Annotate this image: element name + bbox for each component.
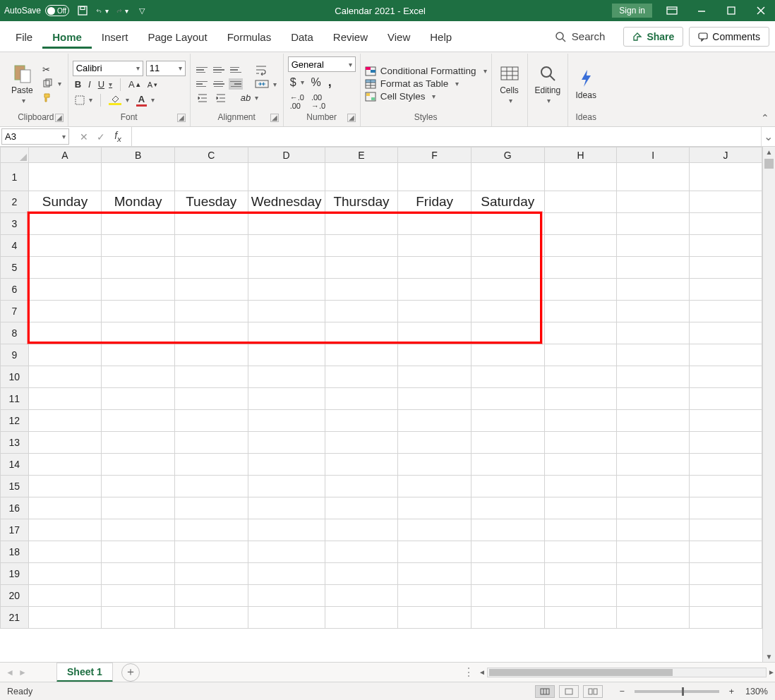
column-header[interactable]: G [471,147,544,163]
cell[interactable] [544,476,617,497]
row-header[interactable]: 16 [1,497,29,519]
cell[interactable] [690,191,762,213]
cell[interactable] [248,279,325,301]
cell[interactable] [174,541,248,563]
cell[interactable] [398,497,471,519]
row-header[interactable]: 15 [1,476,29,497]
row-header[interactable]: 1 [1,163,29,191]
prev-sheet-icon[interactable]: ◄ [6,668,14,677]
cell[interactable] [28,213,102,235]
cell[interactable] [471,279,544,301]
cell[interactable] [617,541,690,563]
cell[interactable] [248,497,325,519]
cell[interactable] [471,366,544,388]
cell[interactable]: Thursday [325,191,398,213]
cell[interactable] [325,410,398,432]
cell[interactable] [617,235,690,257]
vertical-scrollbar[interactable]: ▲ ▼ [762,147,775,662]
cell[interactable] [690,235,762,257]
row-header[interactable]: 18 [1,541,29,563]
cell[interactable] [398,454,471,476]
decrease-font-button[interactable]: A▾ [145,80,160,90]
cell[interactable] [544,454,617,476]
row-header[interactable]: 21 [1,607,29,629]
cell[interactable] [248,322,325,344]
cell[interactable] [471,497,544,519]
cell[interactable] [398,476,471,497]
row-header[interactable]: 7 [1,301,29,322]
cell[interactable] [248,344,325,366]
cell[interactable] [617,607,690,629]
cell[interactable] [174,410,248,432]
cell[interactable] [174,257,248,279]
decrease-indent-button[interactable] [195,92,210,104]
format-painter-button[interactable] [40,91,64,104]
cell[interactable] [28,497,102,519]
row-header[interactable]: 2 [1,191,29,213]
cell[interactable] [325,388,398,410]
save-icon[interactable] [76,4,89,17]
ideas-button[interactable]: Ideas [572,66,599,102]
bold-button[interactable]: B [73,78,83,90]
row-header[interactable]: 8 [1,322,29,344]
cell[interactable] [248,235,325,257]
cell[interactable] [690,388,762,410]
cell[interactable] [617,519,690,541]
dialog-launcher-icon[interactable]: ◢ [270,114,279,122]
orientation-button[interactable]: ab▾ [239,92,260,104]
ribbon-display-options-icon[interactable] [662,2,682,19]
zoom-out-button[interactable]: − [615,687,628,696]
zoom-level[interactable]: 130% [745,687,768,696]
scroll-right-icon[interactable]: ► [768,667,775,677]
cell[interactable] [471,519,544,541]
cell[interactable] [28,607,102,629]
cut-button[interactable]: ✂ [40,64,64,76]
cell[interactable] [398,344,471,366]
cell[interactable] [102,279,175,301]
dialog-launcher-icon[interactable]: ◢ [55,114,64,122]
autosave-toggle[interactable]: AutoSave Off [4,5,69,16]
cell[interactable] [471,410,544,432]
cell[interactable] [544,388,617,410]
cell[interactable] [471,301,544,322]
cell[interactable] [174,497,248,519]
cell[interactable] [471,541,544,563]
cell[interactable] [617,163,690,191]
cell[interactable] [398,322,471,344]
minimize-icon[interactable] [692,2,711,19]
cell[interactable] [174,279,248,301]
qat-customize-icon[interactable]: ▽ [136,4,148,17]
cell[interactable] [690,279,762,301]
share-button[interactable]: Share [623,27,683,47]
cell[interactable] [174,344,248,366]
cancel-formula-icon[interactable]: ✕ [76,131,92,143]
cell[interactable] [398,541,471,563]
cell[interactable] [398,410,471,432]
cell[interactable] [544,301,617,322]
cell[interactable] [102,257,175,279]
cell[interactable] [617,279,690,301]
cell[interactable] [690,163,762,191]
cell[interactable] [690,322,762,344]
cell[interactable] [471,563,544,585]
cell[interactable] [325,454,398,476]
conditional-formatting-button[interactable]: Conditional Formatting▾ [365,66,487,76]
tab-view[interactable]: View [378,24,420,49]
cell[interactable] [325,235,398,257]
collapse-ribbon-icon[interactable]: ⌃ [761,112,769,123]
expand-formula-bar-icon[interactable]: ⌄ [761,127,775,146]
cell[interactable] [325,607,398,629]
cell[interactable] [28,235,102,257]
cell[interactable] [690,432,762,454]
cell[interactable] [690,366,762,388]
cell[interactable] [102,163,175,191]
wrap-text-button[interactable] [253,64,270,76]
tab-data[interactable]: Data [281,24,323,49]
column-header[interactable]: F [398,147,471,163]
paste-button[interactable]: Paste ▾ [8,61,36,106]
cell[interactable] [174,366,248,388]
name-box[interactable]: A3▾ [1,128,69,145]
cell[interactable] [248,476,325,497]
cell[interactable] [248,432,325,454]
underline-button[interactable]: U▾ [96,78,114,90]
